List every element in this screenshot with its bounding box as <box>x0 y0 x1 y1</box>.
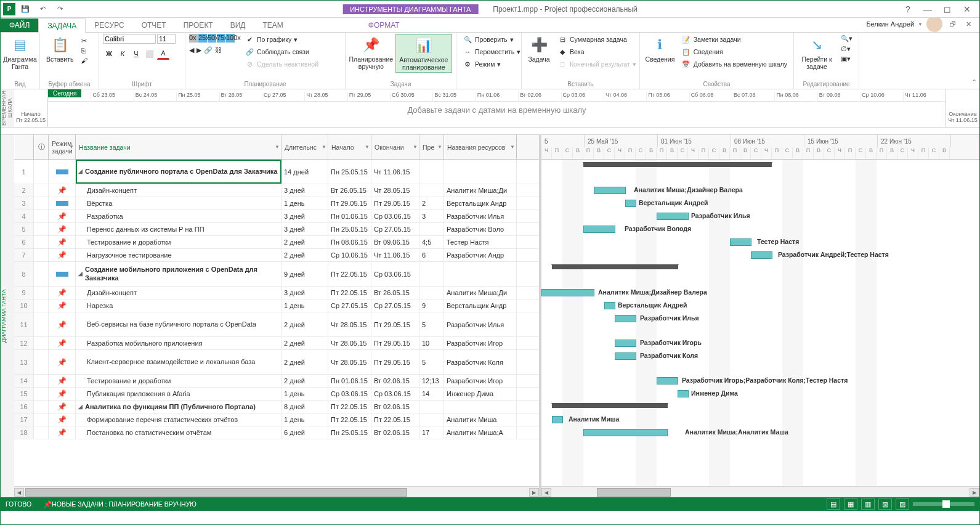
resources-cell[interactable]: Разработчик Игор <box>444 375 517 387</box>
row-mode-icon[interactable]: 📌 <box>49 350 76 374</box>
font-family-input[interactable] <box>103 34 156 44</box>
task-name-cell[interactable]: Дизайн-концепт <box>76 287 281 299</box>
row-mode-icon[interactable] <box>49 262 76 286</box>
start-cell[interactable]: Ср 27.05.15 <box>328 299 371 312</box>
row-mode-icon[interactable]: 📌 <box>49 426 76 439</box>
row-number[interactable]: 13 <box>14 350 34 374</box>
duration-cell[interactable]: 3 дней <box>281 210 328 222</box>
move-button[interactable]: ↔Переместить ▾ <box>460 46 523 57</box>
task-row[interactable]: 9📌Дизайн-концепт3 днейПт 22.05.15Вт 26.0… <box>14 287 539 299</box>
finish-cell[interactable]: Вт 26.05.15 <box>371 287 419 299</box>
row-info[interactable] <box>34 401 49 413</box>
task-bar[interactable] <box>730 238 751 246</box>
header-info-icon[interactable]: ⓘ <box>34 135 49 159</box>
summary-bar[interactable] <box>552 264 678 269</box>
task-row[interactable]: 10📌Нарезка1 деньСр 27.05.15Ср 27.05.159В… <box>14 299 539 312</box>
duration-cell[interactable]: 2 дней <box>281 337 328 349</box>
predecessors-cell[interactable]: 2 <box>419 197 444 210</box>
resources-cell[interactable]: Разработчик Воло <box>444 223 517 235</box>
view-report-icon[interactable]: ▨ <box>896 499 909 510</box>
redo-icon[interactable]: ↷ <box>52 2 67 16</box>
duration-cell[interactable]: 1 день <box>281 388 328 400</box>
grid-scrollbar-h[interactable]: ◀ ▶ <box>14 486 539 497</box>
task-name-cell[interactable]: Тестирование и доработки <box>76 375 281 387</box>
task-bar[interactable] <box>615 352 636 360</box>
outdent-icon[interactable]: ◀ <box>189 46 194 54</box>
row-mode-icon[interactable]: 📌 <box>49 312 76 336</box>
predecessors-cell[interactable] <box>419 223 444 235</box>
row-info[interactable] <box>34 160 49 184</box>
row-number[interactable]: 11 <box>14 312 34 336</box>
resources-cell[interactable] <box>444 401 517 413</box>
bold-button[interactable]: Ж <box>103 47 115 60</box>
duration-cell[interactable]: 1 день <box>281 299 328 312</box>
tab-view[interactable]: ВИД <box>222 18 254 32</box>
row-mode-icon[interactable]: 📌 <box>49 299 76 312</box>
row-info[interactable] <box>34 375 49 387</box>
timeline-placeholder[interactable]: Добавьте задачи с датами на временную шк… <box>48 102 946 115</box>
font-color-button[interactable]: A <box>157 47 169 60</box>
row-info[interactable] <box>34 184 49 197</box>
start-cell[interactable]: Пн 25.05.15 <box>328 426 371 439</box>
start-cell[interactable]: Пн 25.05.15 <box>328 223 371 235</box>
resources-cell[interactable]: Аналитик Миша <box>444 413 517 426</box>
row-mode-icon[interactable]: 📌 <box>49 236 76 248</box>
task-bar[interactable] <box>625 200 636 207</box>
finish-cell[interactable]: Чт 11.06.15 <box>371 249 419 261</box>
task-name-cell[interactable]: Дизайн-концепт <box>76 184 281 197</box>
predecessors-cell[interactable]: 14 <box>419 388 444 400</box>
task-name-cell[interactable]: Разработка <box>76 210 281 222</box>
task-row[interactable]: 13📌Клиент-серверное взаимодействие и лок… <box>14 350 539 375</box>
unlink-icon[interactable]: ⛓ <box>215 46 222 54</box>
row-mode-icon[interactable]: 📌 <box>49 210 76 222</box>
predecessors-cell[interactable]: 9 <box>419 299 444 312</box>
row-number[interactable]: 17 <box>14 413 34 426</box>
view-resource-icon[interactable]: ▧ <box>878 499 892 510</box>
milestone-button[interactable]: ◆Веха <box>555 46 639 57</box>
duration-cell[interactable]: 6 дней <box>281 426 328 439</box>
start-cell[interactable]: Пт 22.05.15 <box>328 287 371 299</box>
duration-cell[interactable]: 1 день <box>281 197 328 210</box>
row-info[interactable] <box>34 388 49 400</box>
view-gantt-icon[interactable]: ▤ <box>827 499 840 510</box>
summary-task-button[interactable]: ⊟Суммарная задача <box>555 34 639 45</box>
start-cell[interactable]: Пт 22.05.15 <box>328 401 371 413</box>
task-name-cell[interactable]: Формирование перечня статистических отчё… <box>76 413 281 426</box>
predecessors-cell[interactable]: 17 <box>419 426 444 439</box>
task-name-cell[interactable]: Публикация приложения в Afaria <box>76 388 281 400</box>
finish-cell[interactable]: Чт 28.05.15 <box>371 184 419 197</box>
row-info[interactable] <box>34 210 49 222</box>
row-mode-icon[interactable]: 📌 <box>49 375 76 387</box>
task-row[interactable]: 17📌Формирование перечня статистических о… <box>14 413 539 426</box>
finish-cell[interactable]: Пт 29.05.15 <box>371 312 419 336</box>
finish-cell[interactable]: Чт 11.06.15 <box>371 160 419 184</box>
notes-button[interactable]: 📝Заметки задачи <box>679 34 790 45</box>
maximize-icon[interactable]: ◻ <box>939 3 956 15</box>
format-painter-icon[interactable]: 🖌 <box>79 56 91 65</box>
task-row[interactable]: 14📌Тестирование и доработки2 днейПн 01.0… <box>14 375 539 388</box>
start-cell[interactable]: Пн 01.06.15 <box>328 210 371 222</box>
duration-cell[interactable]: 1 день <box>281 413 328 426</box>
task-name-cell[interactable]: ◢Аналитика по функциям ПП (Публичного По… <box>76 401 281 413</box>
tab-team[interactable]: TEAM <box>254 18 291 32</box>
task-bar[interactable] <box>594 187 626 194</box>
duration-cell[interactable]: 2 дней <box>281 312 328 336</box>
duration-cell[interactable]: 3 дней <box>281 184 328 197</box>
task-name-cell[interactable]: ◢Создание публичного портала с OpenData … <box>76 160 281 184</box>
tab-report[interactable]: ОТЧЕТ <box>133 18 175 32</box>
resources-cell[interactable]: Разработчик Андр <box>444 249 517 261</box>
view-usage-icon[interactable]: ▦ <box>844 499 857 510</box>
header-finish[interactable]: Окончани▼ <box>371 135 419 159</box>
manual-schedule-button[interactable]: 📌Планирование вручную <box>349 34 393 71</box>
chart-scrollbar-h[interactable]: ◀ ▶ <box>541 486 979 497</box>
cut-icon[interactable]: ✂ <box>79 36 91 45</box>
row-info[interactable] <box>34 337 49 349</box>
predecessors-cell[interactable] <box>419 413 444 426</box>
resources-cell[interactable]: Разработчик Коля <box>444 350 517 374</box>
collapse-ribbon-icon[interactable]: ⌃ <box>969 76 979 89</box>
start-cell[interactable]: Ср 10.06.15 <box>328 249 371 261</box>
row-info[interactable] <box>34 262 49 286</box>
duration-cell[interactable]: 9 дней <box>281 262 328 286</box>
start-cell[interactable]: Пт 22.05.15 <box>328 413 371 426</box>
resources-cell[interactable]: Верстальщик Андр <box>444 197 517 210</box>
